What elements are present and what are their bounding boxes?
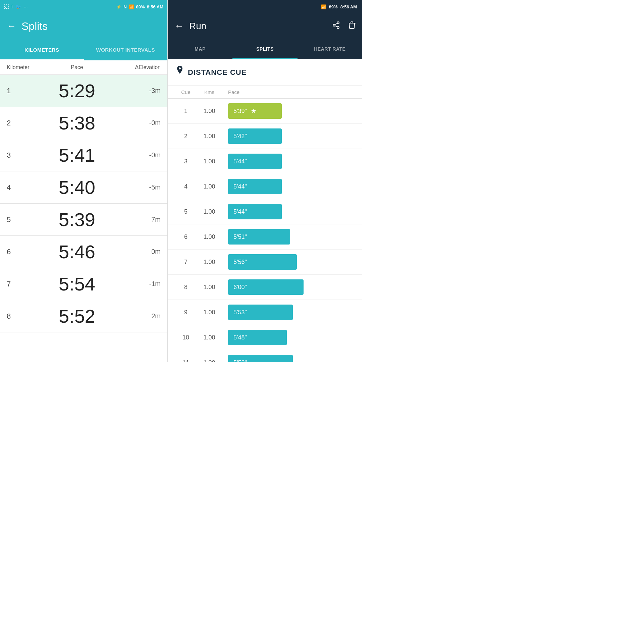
split-elev-5: 7m [127, 216, 161, 223]
cue-num-3: 3 [176, 158, 196, 165]
tab-heart-rate[interactable]: HEART RATE [298, 39, 362, 59]
cue-num-9: 9 [176, 309, 196, 316]
right-panel: 📶 89% 8:56 AM ← Run [168, 0, 362, 362]
cue-row-6: 6 1.00 5'51" [168, 224, 362, 250]
cue-table-header: Cue Kms Pace [168, 86, 362, 99]
split-elev-2: -0m [127, 119, 161, 127]
split-pace-5: 5:39 [27, 209, 127, 230]
split-elev-6: 0m [127, 248, 161, 256]
back-button-left[interactable]: ← [7, 21, 16, 32]
tab-map[interactable]: MAP [168, 39, 232, 59]
header-kilometer: Kilometer [7, 64, 27, 70]
cue-kms-3: 1.00 [196, 158, 223, 165]
right-header-actions [332, 21, 356, 31]
back-button-right[interactable]: ← [174, 21, 184, 32]
cue-kms-9: 1.00 [196, 309, 223, 316]
split-row-4: 4 5:40 -5m [0, 171, 167, 204]
cue-kms-8: 1.00 [196, 284, 223, 291]
split-pace-8: 5:52 [27, 305, 127, 327]
cue-row-7: 7 1.00 5'56" [168, 250, 362, 275]
split-elev-8: 2m [127, 312, 161, 320]
split-elev-4: -5m [127, 183, 161, 191]
split-km-5: 5 [7, 215, 27, 224]
cue-num-2: 2 [176, 133, 196, 140]
split-row-6: 6 5:46 0m [0, 236, 167, 268]
pace-value-5: 5'44" [228, 204, 282, 219]
split-row-8: 8 5:52 2m [0, 300, 167, 332]
status-bar-left: 🖼 f 🐦 ··· ⚡ N 📶 89% 8:56 AM [0, 0, 167, 13]
cue-pace-bar-4: 5'44" [223, 179, 354, 194]
time-text-left: 8:56 AM [147, 4, 163, 9]
split-row-2: 2 5:38 -0m [0, 107, 167, 139]
split-row-5: 5 5:39 7m [0, 204, 167, 236]
nfc-icon: N [123, 4, 126, 9]
cue-num-1: 1 [176, 108, 196, 115]
twitter-icon: 🐦 [15, 4, 21, 9]
split-row-7: 7 5:54 -1m [0, 268, 167, 300]
cue-pace-bar-10: 5'48" [223, 330, 354, 345]
pace-value-10: 5'48" [228, 330, 287, 345]
split-km-2: 2 [7, 119, 27, 127]
share-icon[interactable] [332, 21, 340, 31]
cue-pace-bar-2: 5'42" [223, 128, 354, 144]
cue-pace-bar-8: 6'00" [223, 279, 354, 295]
cue-row-3: 3 1.00 5'44" [168, 149, 362, 174]
split-km-3: 3 [7, 151, 27, 160]
cue-pace-bar-11: 5'53" [223, 355, 354, 362]
pace-value-1: 5'39" ★ [228, 103, 282, 119]
pace-value-3: 5'44" [228, 154, 282, 169]
cue-pace-bar-7: 5'56" [223, 254, 354, 270]
cue-num-7: 7 [176, 259, 196, 266]
left-tabs: KILOMETERS WORKOUT INTERVALS [0, 39, 167, 60]
signal-icon-right: 📶 [321, 4, 326, 9]
cue-pace-bar-6: 5'51" [223, 229, 354, 245]
split-row-3: 3 5:41 -0m [0, 139, 167, 171]
cue-row-8: 8 1.00 6'00" [168, 275, 362, 300]
cue-num-6: 6 [176, 233, 196, 240]
splits-list: 1 5:29 -3m 2 5:38 -0m 3 5:41 -0m 4 5:40 … [0, 75, 167, 362]
svg-line-3 [335, 26, 337, 27]
split-elev-7: -1m [127, 280, 161, 288]
split-km-7: 7 [7, 280, 27, 288]
split-pace-3: 5:41 [27, 144, 127, 166]
cue-num-4: 4 [176, 183, 196, 190]
pace-value-7: 5'56" [228, 254, 297, 270]
right-header-left: ← Run [174, 21, 206, 32]
pace-value-8: 6'00" [228, 279, 304, 295]
delete-icon[interactable] [348, 21, 356, 31]
tab-workout-intervals[interactable]: WORKOUT INTERVALS [84, 39, 168, 60]
header-pace-right: Pace [223, 89, 354, 95]
cue-pace-bar-9: 5'53" [223, 305, 354, 320]
right-tabs: MAP SPLITS HEART RATE [168, 39, 362, 59]
more-icon: ··· [24, 4, 28, 9]
cue-list: 1 1.00 5'39" ★ 2 1.00 5'42" 3 1.00 [168, 99, 362, 362]
cue-kms-11: 1.00 [196, 359, 223, 363]
status-icons-left: 🖼 f 🐦 ··· [4, 4, 28, 9]
header-elevation: ΔElevation [127, 64, 161, 70]
tab-splits[interactable]: SPLITS [232, 39, 297, 59]
split-pace-4: 5:40 [27, 176, 127, 198]
tab-kilometers[interactable]: KILOMETERS [0, 39, 84, 60]
header-cue: Cue [176, 89, 196, 95]
split-pace-2: 5:38 [27, 112, 127, 134]
split-km-6: 6 [7, 248, 27, 256]
cue-row-11: 11 1.00 5'53" [168, 350, 362, 362]
cue-num-5: 5 [176, 208, 196, 215]
cue-kms-6: 1.00 [196, 233, 223, 240]
cue-kms-10: 1.00 [196, 334, 223, 341]
split-km-1: 1 [7, 87, 27, 95]
status-bar-right: 📶 89% 8:56 AM [168, 0, 362, 13]
distance-cue-section: DISTANCE CUE [168, 59, 362, 86]
location-pin-icon [176, 66, 184, 79]
cue-row-5: 5 1.00 5'44" [168, 199, 362, 224]
cue-row-4: 4 1.00 5'44" [168, 174, 362, 199]
left-header: ← Splits [0, 13, 167, 39]
left-page-title: Splits [21, 20, 48, 33]
split-row-1: 1 5:29 -3m [0, 75, 167, 107]
cue-kms-1: 1.00 [196, 108, 223, 115]
battery-right: 89% [329, 4, 338, 9]
wifi-icon: 📶 [129, 4, 134, 9]
split-km-8: 8 [7, 312, 27, 321]
star-icon: ★ [251, 107, 256, 115]
pace-value-6: 5'51" [228, 229, 290, 245]
